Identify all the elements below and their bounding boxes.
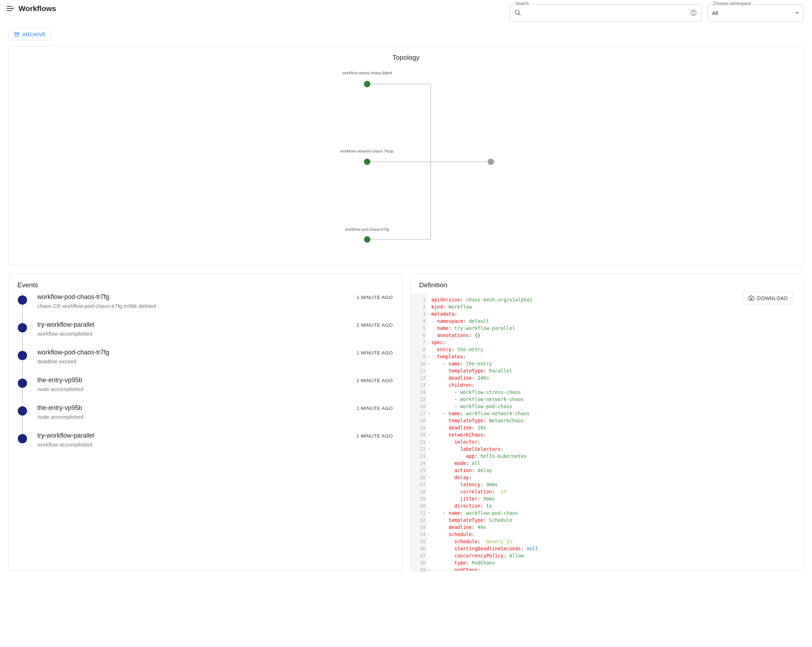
menu-icon[interactable] xyxy=(6,4,14,13)
event-desc: workflow accomplished xyxy=(37,330,94,336)
svg-point-6 xyxy=(693,14,694,15)
topology-node[interactable] xyxy=(364,158,370,165)
event-time: 1 MINUTE AGO xyxy=(356,378,393,383)
search-field-label: Search xyxy=(514,1,530,6)
event-title: workflow-pod-chaos-tr7fg xyxy=(37,349,109,356)
code-gutter: 123▾4567▾89▾10▾111213▾14151617▾181920▾21… xyxy=(411,293,427,571)
page-title: Workflows xyxy=(18,4,56,13)
search-field[interactable] xyxy=(510,4,702,21)
event-item[interactable]: workflow-pod-chaos-tr7fg deadline exceed… xyxy=(17,349,393,376)
topology-node-label: workflow-pod-chaos-tr7fg xyxy=(345,227,389,231)
event-desc: workflow accomplished xyxy=(37,441,94,448)
event-item[interactable]: try-workflow-parallel workflow accomplis… xyxy=(17,321,393,349)
namespace-value: All xyxy=(712,10,718,16)
svg-rect-7 xyxy=(15,33,19,34)
event-title: the-entry-vp95b xyxy=(37,404,83,412)
svg-line-4 xyxy=(519,14,521,16)
event-item[interactable]: the-entry-vp95b node accomplished 1 MINU… xyxy=(17,376,393,404)
event-item[interactable]: try-workflow-parallel workflow accomplis… xyxy=(17,432,393,460)
event-time: 1 MINUTE AGO xyxy=(356,433,393,439)
event-time: 1 MINUTE AGO xyxy=(356,295,393,300)
definition-panel: Definition DOWNLOAD 123▾4567▾89▾10▾11121… xyxy=(411,274,804,571)
event-title: workflow-pod-chaos-tr7fg xyxy=(37,293,156,301)
event-title: try-workflow-parallel xyxy=(37,321,94,329)
event-dot-icon xyxy=(18,295,27,304)
namespace-select[interactable]: All xyxy=(707,4,803,21)
event-title: the-entry-vp95b xyxy=(37,376,83,384)
topology-node[interactable] xyxy=(364,81,370,87)
event-time: 1 MINUTE AGO xyxy=(356,350,393,356)
event-time: 1 MINUTE AGO xyxy=(356,406,393,411)
event-time: 1 MINUTE AGO xyxy=(356,323,393,328)
topology-node-label: workflow-stress-chaos-94jmf xyxy=(342,71,392,75)
event-desc: node accomplished xyxy=(37,414,83,420)
archive-icon xyxy=(14,32,20,37)
topology-node[interactable] xyxy=(488,158,494,165)
search-input[interactable] xyxy=(524,5,687,21)
svg-point-3 xyxy=(515,10,520,15)
events-list[interactable]: workflow-pod-chaos-tr7fg chaos CR workfl… xyxy=(9,293,401,571)
event-desc: chaos CR workflow-pod-chaos-tr7fg-tn96k … xyxy=(37,303,156,309)
event-title: try-workflow-parallel xyxy=(37,432,94,439)
events-panel: Events workflow-pod-chaos-tr7fg chaos CR… xyxy=(9,274,402,571)
archive-button[interactable]: ARCHIVE xyxy=(9,29,51,41)
topology-node-label: workflow-network-chaos-74zqc xyxy=(340,149,394,153)
chevron-down-icon xyxy=(795,12,799,14)
topology-title: Topology xyxy=(17,54,795,61)
event-dot-icon xyxy=(18,406,27,416)
events-title: Events xyxy=(9,281,401,293)
event-desc: node accomplished xyxy=(37,386,83,392)
event-desc: deadline exceed xyxy=(37,358,109,364)
event-item[interactable]: the-entry-vp95b node accomplished 1 MINU… xyxy=(17,404,393,432)
event-dot-icon xyxy=(18,434,27,443)
help-icon[interactable] xyxy=(690,9,697,16)
event-item[interactable]: workflow-pod-chaos-tr7fg chaos CR workfl… xyxy=(17,293,393,321)
topology-node[interactable] xyxy=(364,236,370,243)
definition-title: Definition xyxy=(411,281,803,293)
code-view[interactable]: apiVersion: chaos-mesh.org/v1alpha1kind:… xyxy=(427,293,803,571)
topology-canvas[interactable]: workflow-stress-chaos-94jmf workflow-net… xyxy=(17,66,795,258)
namespace-field-label: Choose namespace xyxy=(712,1,752,6)
event-dot-icon xyxy=(18,351,27,360)
event-dot-icon xyxy=(18,379,27,388)
topology-panel: Topology workflow-stress-chaos-94jmf wor… xyxy=(9,46,803,265)
event-dot-icon xyxy=(18,323,27,332)
search-icon xyxy=(514,9,521,16)
